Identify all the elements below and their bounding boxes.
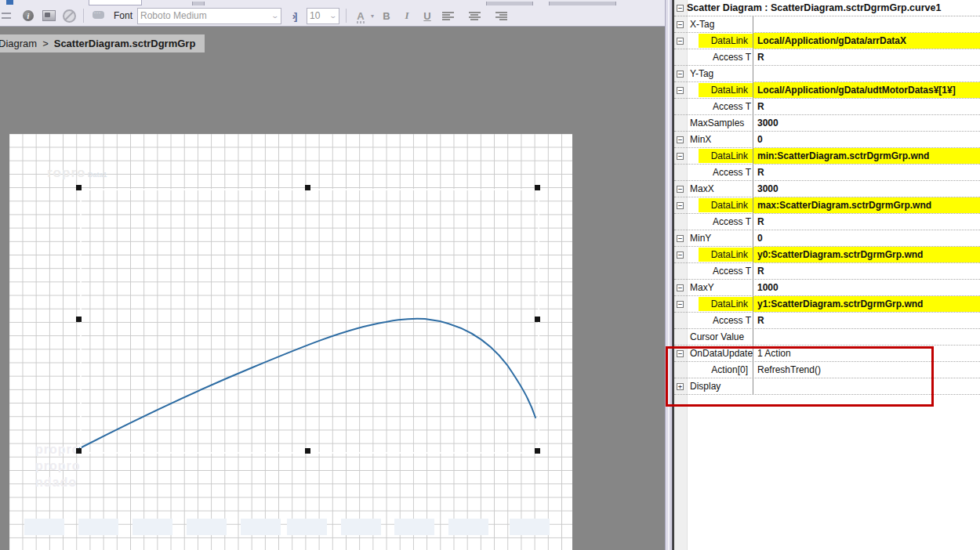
collapse-box-icon[interactable]: − [677,87,684,94]
gutter-cell [674,165,688,180]
font-color-button[interactable]: A [353,8,368,24]
bold-button[interactable]: B [379,8,394,24]
property-row[interactable]: −DataLinkLocal/Application/gData/udtMoto… [674,82,980,99]
property-value[interactable]: R [753,263,980,279]
design-canvas[interactable]: ropro Data1 propro propro ndado [9,134,572,550]
image-icon[interactable] [41,8,56,24]
collapse-box-icon[interactable]: − [677,301,684,308]
property-value[interactable]: R [753,49,980,65]
property-value[interactable]: min:ScatterDiagram.sctrDgrmGrp.wnd [753,148,980,164]
property-value[interactable]: 0 [753,230,980,246]
property-value[interactable]: R [753,214,980,230]
property-value[interactable]: R [753,99,980,114]
expand-box-icon[interactable]: + [677,383,684,390]
property-value[interactable]: R [753,165,980,180]
property-row[interactable]: MaxSamples3000 [674,115,980,132]
font-family-value: Roboto Medium [140,10,207,21]
chevron-down-icon[interactable]: ▾ [371,13,374,20]
slider-icon[interactable] [0,8,16,24]
property-name: MaxX [688,181,753,197]
property-name: MaxSamples [688,115,753,131]
apply-font-icon[interactable]: ›] [286,8,302,24]
property-row[interactable]: −DataLinky1:ScatterDiagram.sctrDgrmGrp.w… [674,296,980,313]
property-value[interactable] [753,378,980,394]
collapse-box-icon[interactable]: − [677,5,684,12]
property-row[interactable]: Access TR [674,263,980,280]
collapse-box-icon[interactable]: − [677,235,684,242]
font-family-select[interactable]: Roboto Medium ⌄ [137,8,281,24]
property-row[interactable]: −Y-Tag [674,66,980,82]
property-row[interactable]: Access TR [674,99,980,115]
property-value[interactable] [753,329,980,345]
collapse-box-icon[interactable]: − [677,38,684,45]
collapse-box-icon[interactable]: − [677,350,684,357]
property-row[interactable]: +Display [674,378,980,395]
panel-title-row[interactable]: − Scatter Diagram : ScatterDiagram.sctrD… [674,0,980,16]
property-row[interactable]: Access TR [674,313,980,329]
property-value[interactable]: 3000 [753,181,980,197]
property-row[interactable]: Access TR [674,214,980,230]
property-row[interactable]: −DataLinkLocal/Application/gData/arrData… [674,33,980,49]
property-value[interactable] [753,16,980,32]
italic-button[interactable]: I [399,8,415,24]
comment-icon[interactable] [90,8,106,24]
property-value[interactable] [753,66,980,81]
property-value[interactable]: y1:ScatterDiagram.sctrDgrmGrp.wnd [753,296,980,312]
selection-handle[interactable] [76,185,82,190]
selection-handle[interactable] [535,448,540,454]
property-row[interactable]: −DataLinky0:ScatterDiagram.sctrDgrmGrp.w… [674,247,980,263]
breadcrumb-root[interactable]: Diagram [0,38,37,49]
selection-handle[interactable] [305,448,310,454]
property-value[interactable]: 1000 [753,280,980,295]
property-value[interactable]: max:ScatterDiagram.sctrDgrmGrp.wnd [753,197,980,213]
property-value[interactable]: Local/Application/gData/arrDataX [753,33,980,49]
property-value[interactable]: 0 [753,132,980,147]
align-right-button[interactable] [493,8,509,24]
breadcrumb[interactable]: Diagram > ScatterDiagram.sctrDgrmGrp [0,34,205,52]
collapse-box-icon[interactable]: − [677,186,684,193]
collapse-box-icon[interactable]: − [677,284,684,291]
collapse-box-icon[interactable]: − [677,71,684,78]
property-value[interactable]: y0:ScatterDiagram.sctrDgrmGrp.wnd [753,247,980,262]
property-row[interactable]: Access TR [674,165,980,181]
collapse-box-icon[interactable]: − [677,136,684,143]
property-row[interactable]: −MinX0 [674,132,980,148]
property-row[interactable]: −DataLinkmin:ScatterDiagram.sctrDgrmGrp.… [674,148,980,165]
property-row[interactable]: −OnDataUpdate1 Action [674,346,980,362]
selection-handle[interactable] [76,448,82,454]
align-center-button[interactable] [466,8,482,24]
underline-button[interactable]: U [419,8,435,24]
property-value[interactable]: 3000 [753,115,980,131]
property-value[interactable]: Local/Application/gData/udtMotorDatas¥[1… [753,82,980,98]
info-icon[interactable]: i [20,8,36,24]
property-row[interactable]: −X-Tag [674,16,980,33]
property-name: DataLink [688,82,753,98]
property-name: DataLink [688,296,753,312]
collapse-box-icon[interactable]: − [677,251,684,259]
selection-handle[interactable] [535,185,540,190]
selection-handle[interactable] [535,317,540,322]
property-row[interactable]: −DataLinkmax:ScatterDiagram.sctrDgrmGrp.… [674,197,980,214]
prohibit-icon[interactable] [61,8,77,24]
property-row[interactable]: −MaxY1000 [674,280,980,296]
property-row[interactable]: Action[0]RefreshTrend() [674,362,980,378]
collapse-box-icon[interactable]: − [677,202,684,209]
property-name: MaxY [688,280,753,295]
property-value[interactable]: R [753,313,980,328]
breadcrumb-separator: > [42,38,49,49]
collapse-box-icon[interactable]: − [677,153,684,160]
property-row[interactable]: Access TR [674,49,980,66]
property-value[interactable]: 1 Action [753,346,980,361]
property-value[interactable]: RefreshTrend() [753,362,980,378]
selection-handle[interactable] [76,317,82,322]
selection-handle[interactable] [305,185,310,190]
collapse-box-icon[interactable]: − [677,21,684,28]
clipped-icon [6,0,13,5]
panel-splitter[interactable] [665,0,673,550]
gutter-cell: − [674,132,688,147]
property-row[interactable]: Cursor Value [674,329,980,346]
font-size-select[interactable]: 10 ⌄ [307,8,339,24]
property-row[interactable]: −MaxX3000 [674,181,980,197]
align-left-button[interactable] [440,8,456,24]
property-row[interactable]: −MinY0 [674,230,980,247]
